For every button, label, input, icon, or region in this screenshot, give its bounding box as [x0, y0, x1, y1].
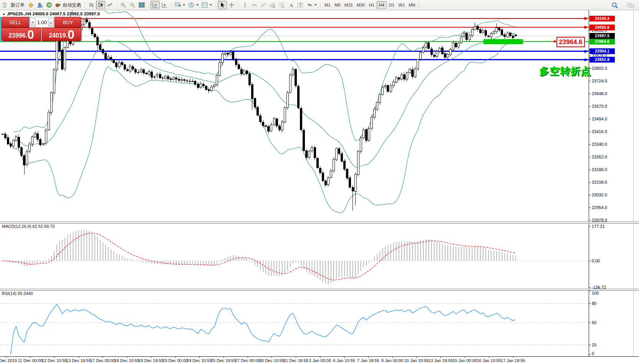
- time-axis-label: 18 Dec 10:55: [114, 358, 139, 363]
- toolbar: 新订单自动交易EFATM1M5M15M30H1H4D1W1MN: [0, 0, 639, 10]
- zoom-out-button[interactable]: [128, 1, 137, 9]
- arrows-button[interactable]: [305, 1, 318, 9]
- timeframe-button-mn[interactable]: MN: [407, 1, 417, 9]
- trendline-button[interactable]: [259, 1, 268, 9]
- svg-text:A: A: [290, 2, 293, 8]
- new-chart-button[interactable]: [173, 1, 187, 9]
- svg-text:E: E: [273, 6, 275, 8]
- time-axis-label: 6 Jan 10:55: [333, 358, 355, 363]
- clock-button[interactable]: [187, 1, 200, 9]
- template-button[interactable]: [200, 1, 214, 9]
- auto-scroll-button[interactable]: [151, 1, 160, 9]
- sell-price-int: 23996: [8, 33, 26, 40]
- fibonacci-button[interactable]: F: [277, 1, 286, 9]
- trendline-icon: [260, 2, 267, 8]
- time-axis-label: 17 Jan 18:55: [501, 358, 525, 363]
- timeframe-button-m15[interactable]: M15: [343, 1, 354, 9]
- dropdown-caret-icon: [183, 4, 185, 6]
- timeframe-button-h4[interactable]: H4: [377, 1, 387, 9]
- chart-area[interactable]: ▲ JPN225-,H4 24005.0 24007.5 23992.5 239…: [0, 10, 639, 364]
- equidistant-channel-button[interactable]: E: [268, 1, 277, 9]
- price-tick-label: 23802.0: [592, 66, 607, 71]
- price-badge: 23997.5: [589, 33, 615, 39]
- timeframe-button-d1[interactable]: D1: [387, 1, 397, 9]
- price-tick-label: 23186.0: [592, 167, 607, 172]
- tile-windows-button[interactable]: [137, 1, 146, 9]
- auto-trading-button[interactable]: 自动交易: [54, 1, 83, 9]
- price-tick: [589, 157, 591, 157]
- price-tick-label: 23648.0: [592, 91, 607, 96]
- chart-canvas[interactable]: [0, 10, 639, 364]
- toolbar-grip: [170, 2, 172, 8]
- zoom-in-button[interactable]: [119, 1, 128, 9]
- search-button[interactable]: [610, 1, 620, 10]
- timeframe-button-w1[interactable]: W1: [397, 1, 407, 9]
- time-axis-tick: [79, 357, 79, 358]
- bar-chart-icon: [88, 2, 94, 8]
- toolbar-grip: [147, 2, 149, 8]
- time-axis-tick: [127, 357, 127, 358]
- price-badge: 24104.4: [589, 16, 615, 21]
- dropdown-caret-icon: [210, 4, 212, 6]
- horizontal-line-button[interactable]: [250, 1, 259, 9]
- timeframe-button-m5[interactable]: M5: [333, 1, 343, 9]
- line-chart-button[interactable]: [105, 1, 114, 9]
- price-tick: [589, 106, 591, 107]
- text-label-button[interactable]: T: [296, 1, 305, 9]
- time-axis-label: 10 Jan 10:55: [404, 358, 429, 363]
- price-tick: [589, 94, 591, 94]
- macd-pane-splitter[interactable]: [0, 222, 639, 224]
- vertical-line-icon: [242, 2, 248, 8]
- volume-input[interactable]: [36, 20, 48, 25]
- crosshair-button[interactable]: [227, 1, 236, 9]
- rsi-pane-splitter[interactable]: [0, 289, 639, 291]
- buy-price-int: 24019: [49, 33, 66, 40]
- chart-fragment-button[interactable]: [0, 1, 9, 9]
- rsi-tick: [589, 345, 591, 345]
- time-axis-label: 11 Dec 00:00: [18, 358, 43, 363]
- toolbar-grip: [116, 2, 118, 8]
- buy-price-button[interactable]: 24019.0: [42, 28, 81, 41]
- timeframe-button-m30[interactable]: M30: [354, 1, 366, 9]
- buy-button[interactable]: BUY: [55, 17, 81, 28]
- signal-icon: [46, 2, 52, 8]
- volume-decrease-button[interactable]: ▼: [30, 18, 36, 26]
- price-tick-label: 23032.0: [592, 193, 607, 197]
- time-axis-tick: [489, 357, 489, 358]
- price-annotation-box[interactable]: 23964.6: [556, 37, 585, 47]
- text-button[interactable]: A: [286, 1, 296, 9]
- vertical-line-button[interactable]: [240, 1, 250, 9]
- clock-icon: [188, 2, 194, 8]
- bar-chart-button[interactable]: [87, 1, 96, 9]
- sell-price-button[interactable]: 23996.0: [2, 28, 41, 41]
- price-badge: 23852.8: [589, 57, 615, 63]
- dropdown-caret-icon: [315, 4, 317, 6]
- time-axis-label: 12 Dec 10:55: [42, 358, 67, 363]
- timeframe-button-m1[interactable]: M1: [323, 1, 333, 9]
- gold-diamond-button[interactable]: [26, 1, 35, 9]
- volume-increase-button[interactable]: ▲: [48, 18, 54, 26]
- timeframe-button-h1[interactable]: H1: [367, 1, 377, 9]
- user-cloud-button[interactable]: [35, 1, 45, 9]
- price-tick-label: 23494.0: [592, 117, 607, 121]
- time-axis[interactable]: 9 Dec 201911 Dec 00:0012 Dec 10:5513 Dec…: [0, 356, 639, 364]
- title-arrow-icon: ▲: [2, 12, 5, 16]
- new-order-button[interactable]: 新订单: [9, 1, 26, 9]
- chart-fragment-icon: [3, 2, 6, 8]
- time-axis-label: 15 Jan 00:00: [452, 358, 477, 363]
- cursor-button[interactable]: [218, 1, 227, 9]
- signal-button[interactable]: [45, 1, 54, 9]
- price-tick-label: 23570.0: [592, 104, 607, 109]
- price-tick: [589, 182, 591, 183]
- sell-button[interactable]: SELL: [2, 17, 29, 28]
- time-axis-tick: [320, 357, 320, 358]
- tile-windows-icon: [139, 2, 145, 8]
- candle-chart-button[interactable]: [96, 1, 105, 9]
- chart-shift-button[interactable]: [160, 1, 169, 9]
- rsi-tick-label: 50: [592, 320, 596, 325]
- time-axis-tick: [392, 357, 393, 358]
- chat-button[interactable]: [625, 1, 636, 10]
- svg-text:T: T: [299, 3, 301, 7]
- time-axis-tick: [440, 357, 441, 358]
- time-axis-tick: [513, 357, 513, 358]
